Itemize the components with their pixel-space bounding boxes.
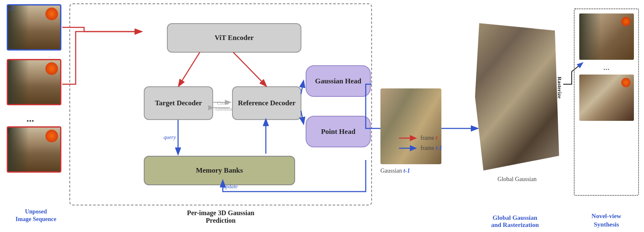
legend-red: frame t	[399, 135, 442, 141]
reference-decoder-label: Reference Decoder	[238, 99, 296, 107]
target-decoder-label: Target Decoder	[155, 99, 202, 107]
frame-t-minus-1-label: t-1	[7, 5, 14, 13]
gaussian-t1-t: t-1	[404, 168, 410, 174]
per-image-label: Per-image 3D GaussianPrediction	[168, 209, 273, 224]
gaussian-t1-text-label: Gaussian t-1	[380, 168, 410, 174]
target-decoder-block: Target Decoder	[144, 86, 213, 120]
novel-view-frame-2	[579, 75, 634, 121]
frame-T-image	[7, 126, 61, 173]
svg-line-1	[233, 52, 266, 85]
unposed-sequence-label: UnposedImage Sequence	[3, 208, 69, 223]
legend: frame t frame t-1	[399, 135, 442, 152]
legend-blue: frame t-1	[399, 145, 442, 152]
legend-frame-t1-label: frame t-1	[420, 145, 442, 152]
rasterize-label: Rasterize	[556, 77, 563, 99]
global-gaussian-image	[475, 23, 559, 171]
vit-encoder-label: ViT Encoder	[214, 34, 253, 42]
memory-banks-label: Memory Banks	[196, 166, 243, 175]
point-head-label: Point Head	[321, 128, 356, 136]
frame-t-image	[7, 59, 61, 105]
frame-t-label: t	[7, 60, 8, 67]
novel-view-dots: ...	[575, 62, 638, 72]
main-container: t-1 t ... T UnposedImage Sequence Run at…	[0, 0, 644, 232]
left-image-sequence: t-1 t ... T UnposedImage Sequence	[3, 4, 69, 211]
query-label: query	[164, 134, 176, 141]
novel-view-synthesis-label: Novel-viewSynthesis	[574, 212, 639, 229]
gaussian-head-block: Gaussian Head	[306, 65, 371, 97]
frame-T-label: T	[7, 128, 11, 135]
gaussian-head-label: Gaussian Head	[315, 77, 361, 85]
point-head-block: Point Head	[306, 116, 371, 147]
global-rasterization-label: Global Gaussianand Rasterization	[462, 214, 567, 229]
legend-red-arrow-svg	[399, 135, 418, 141]
architecture-box: Run at frame t ViT Encoder Target Decode…	[69, 3, 372, 205]
frame-t-minus-1-image	[7, 4, 61, 51]
reference-decoder-block: Reference Decoder	[232, 86, 301, 120]
dots-separator: ...	[26, 113, 34, 124]
legend-frame-t-label: frame t	[420, 135, 437, 141]
legend-blue-arrow-svg	[399, 145, 418, 151]
update-label: update	[223, 183, 238, 190]
vit-encoder-block: ViT Encoder	[167, 23, 301, 53]
novel-view-frame-1	[579, 13, 634, 60]
svg-line-0	[179, 52, 200, 85]
novel-view-box: ...	[574, 8, 639, 196]
global-gaussian-label: Global Gaussian	[475, 176, 559, 183]
memory-banks-block: Memory Banks	[144, 156, 295, 185]
gaussian-t1-image	[380, 88, 441, 164]
cross-attention-label: Cross Attention	[214, 100, 231, 112]
